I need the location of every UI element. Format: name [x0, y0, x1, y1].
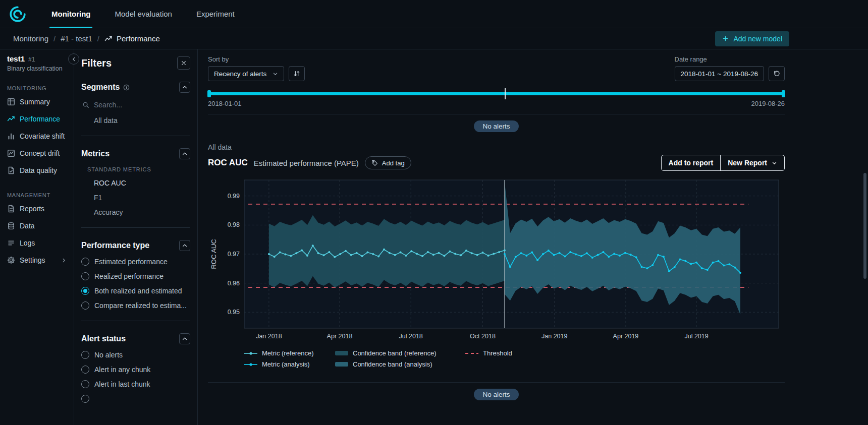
tab-model-evaluation[interactable]: Model evaluation: [102, 0, 184, 28]
sidebar-item-summary[interactable]: Summary: [0, 93, 74, 110]
radio-circle[interactable]: [81, 258, 89, 266]
sidebar-collapse-button[interactable]: [68, 53, 79, 65]
metrics-collapse-button[interactable]: [179, 148, 190, 159]
alert-status-collapse-button[interactable]: [179, 333, 190, 344]
svg-text:Apr 2019: Apr 2019: [613, 333, 639, 340]
radio-both-realized-estimated[interactable]: Both realized and estimated: [81, 286, 190, 295]
legend-band-reference: Confidence band (reference): [335, 349, 465, 357]
slider-handle-left[interactable]: [207, 90, 211, 97]
slider-track[interactable]: [208, 92, 785, 95]
app-logo-icon[interactable]: [9, 6, 26, 23]
date-range-input[interactable]: 2018-01-01 ~ 2019-08-26: [675, 66, 765, 81]
chart-metric-name: ROC AUC: [208, 158, 248, 168]
date-range-reset-button[interactable]: [769, 66, 785, 81]
sidebar-item-concept-drift[interactable]: Concept drift: [0, 145, 74, 162]
svg-text:Jan 2018: Jan 2018: [256, 333, 282, 340]
no-alerts-badge-next-section[interactable]: No alerts: [474, 389, 518, 400]
divider: [208, 382, 785, 383]
radio-circle[interactable]: [81, 366, 89, 374]
metric-item-roc-auc[interactable]: ROC AUC: [94, 179, 190, 187]
history-icon: [773, 70, 780, 77]
sidebar-item-settings[interactable]: Settings: [0, 252, 74, 269]
legend-band-analysis: Confidence band (analysis): [335, 360, 465, 368]
trend-icon: [104, 35, 113, 43]
radio-circle[interactable]: [81, 272, 89, 280]
tab-experiment[interactable]: Experiment: [184, 0, 247, 28]
segments-collapse-button[interactable]: [179, 82, 190, 93]
radio-circle[interactable]: [81, 351, 89, 359]
search-icon: [82, 101, 89, 108]
add-new-model-button[interactable]: Add new model: [715, 31, 789, 46]
top-nav: Monitoring Model evaluation Experiment: [0, 0, 868, 28]
sidebar-item-reports[interactable]: Reports: [0, 200, 74, 217]
divider: [208, 114, 785, 114]
radio-estimated-performance[interactable]: Estimated performance: [81, 257, 190, 266]
slider-boundary-marker: [505, 88, 506, 99]
vertical-scrollbar[interactable]: [863, 173, 866, 279]
breadcrumb-monitoring[interactable]: Monitoring: [13, 34, 48, 43]
sidebar-item-covariate-shift[interactable]: Covariate shift: [0, 128, 74, 145]
svg-text:Jan 2019: Jan 2019: [541, 333, 567, 340]
radio-circle[interactable]: [81, 395, 89, 403]
radio-realized-performance[interactable]: Realized performance: [81, 272, 190, 280]
sort-direction-button[interactable]: [289, 66, 305, 81]
chevron-up-icon: [182, 84, 188, 90]
radio-circle-selected[interactable]: [81, 287, 89, 295]
info-icon[interactable]: [123, 84, 130, 91]
chevron-down-icon: [273, 71, 278, 77]
radio-alert-last-chunk[interactable]: Alert in last chunk: [81, 380, 190, 388]
sidebar-item-data[interactable]: Data: [0, 217, 74, 234]
svg-text:ROC AUC: ROC AUC: [210, 239, 218, 269]
svg-text:0.97: 0.97: [228, 251, 240, 258]
sidebar-item-logs[interactable]: Logs: [0, 234, 74, 252]
sidebar: test1 #1 Binary classification MONITORIN…: [0, 49, 74, 425]
sidebar-item-performance[interactable]: Performance: [0, 110, 74, 128]
breadcrumb-model[interactable]: #1 - test1: [61, 34, 92, 43]
segments-search-input[interactable]: Search...: [82, 101, 190, 109]
band-swatch: [335, 351, 348, 355]
add-to-report-button[interactable]: Add to report: [662, 155, 721, 170]
performance-chart[interactable]: 0.950.960.970.980.99Jan 2018Apr 2018Jul …: [208, 177, 785, 343]
line-swatch: [244, 362, 257, 367]
legend-threshold: Threshold: [465, 349, 512, 357]
plus-icon: [722, 35, 729, 42]
bar-chart-icon: [7, 132, 15, 140]
radio-alert-any-chunk[interactable]: Alert in any chunk: [81, 365, 190, 374]
sort-by-label: Sort by: [208, 55, 305, 63]
filter-group-alert-status: Alert status No alerts Alert in any chun…: [81, 333, 190, 403]
standard-metrics-label: STANDARD METRICS: [87, 166, 190, 172]
drift-chart-icon: [7, 149, 15, 157]
metric-item-accuracy[interactable]: Accuracy: [94, 208, 190, 216]
chevron-up-icon: [182, 242, 188, 249]
line-swatch: [244, 351, 257, 356]
metric-item-f1[interactable]: F1: [94, 194, 190, 202]
no-alerts-badge[interactable]: No alerts: [474, 120, 518, 132]
filters-close-button[interactable]: [177, 56, 190, 70]
radio-no-alerts[interactable]: No alerts: [81, 350, 190, 359]
sidebar-item-data-quality[interactable]: Data quality: [0, 162, 74, 179]
radio-circle[interactable]: [81, 301, 89, 310]
sort-arrows-icon: [293, 70, 300, 77]
performance-type-collapse-button[interactable]: [179, 240, 190, 251]
legend-metric-reference: Metric (reference): [244, 349, 335, 357]
svg-text:0.99: 0.99: [228, 193, 240, 200]
model-name: test1: [7, 54, 25, 63]
new-report-button[interactable]: New Report: [720, 155, 784, 170]
add-tag-button[interactable]: Add tag: [365, 156, 411, 169]
filter-group-segments: Segments Search... All data: [81, 82, 190, 125]
divider: [81, 227, 190, 228]
gear-icon: [7, 256, 15, 264]
slider-handle-right[interactable]: [782, 90, 785, 97]
radio-compare-realized[interactable]: Compare realized to estima...: [81, 301, 190, 310]
chevron-up-icon: [182, 336, 188, 342]
svg-text:Apr 2018: Apr 2018: [327, 333, 353, 340]
sort-by-select[interactable]: Recency of alerts: [208, 66, 284, 81]
radio-alert-partial[interactable]: [81, 394, 190, 403]
report-button-group: Add to report New Report: [661, 155, 785, 171]
segment-item-all-data[interactable]: All data: [94, 116, 190, 125]
database-icon: [7, 222, 15, 230]
model-type: Binary classification: [7, 65, 67, 72]
tab-monitoring[interactable]: Monitoring: [39, 0, 102, 28]
chart-scope-label: All data: [208, 143, 785, 151]
radio-circle[interactable]: [81, 380, 89, 388]
